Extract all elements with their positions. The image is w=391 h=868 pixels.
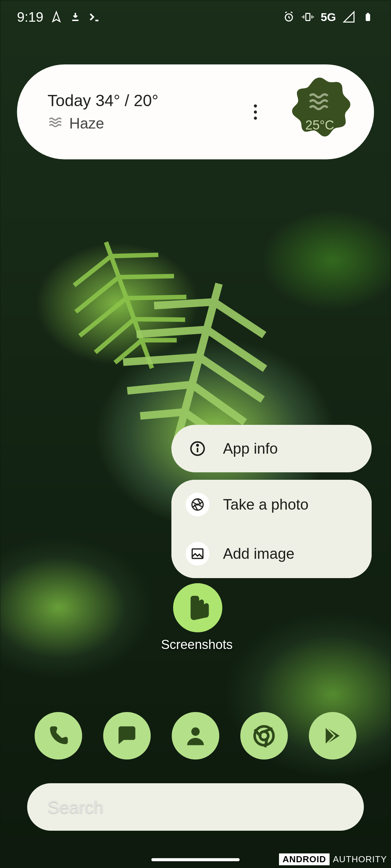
menu-label: Add image bbox=[223, 545, 294, 562]
weather-temperature-badge[interactable]: 25°C bbox=[282, 75, 357, 149]
menu-item-app-info[interactable]: App info bbox=[171, 425, 372, 472]
alarm-icon bbox=[283, 11, 295, 23]
search-bar[interactable]: Search bbox=[27, 783, 364, 831]
weather-widget[interactable]: Today 34° / 20° Haze 25°C bbox=[17, 64, 374, 159]
weather-today-range: Today 34° / 20° bbox=[48, 91, 248, 110]
status-bar: 9:19 5G bbox=[0, 0, 391, 34]
weather-current-temp: 25°C bbox=[305, 118, 334, 133]
navigation-icon bbox=[50, 11, 62, 23]
app-icon-screenshots[interactable] bbox=[173, 583, 222, 632]
watermark-suffix: AUTHORITY bbox=[333, 854, 387, 865]
vibrate-icon bbox=[302, 11, 314, 23]
dock-contacts[interactable] bbox=[172, 712, 219, 760]
app-label-screenshots: Screenshots bbox=[149, 637, 244, 652]
search-placeholder: Search bbox=[48, 797, 104, 817]
dock-chrome[interactable] bbox=[240, 712, 288, 760]
haze-icon bbox=[308, 92, 332, 113]
dock bbox=[0, 712, 391, 760]
info-icon bbox=[186, 437, 209, 460]
svg-rect-8 bbox=[366, 14, 370, 21]
status-clock: 9:19 bbox=[17, 9, 43, 25]
svg-rect-3 bbox=[306, 14, 310, 21]
network-label: 5G bbox=[321, 11, 336, 24]
camera-shutter-icon bbox=[186, 493, 209, 516]
battery-icon bbox=[362, 11, 374, 23]
download-icon bbox=[69, 11, 81, 23]
gesture-nav-handle[interactable] bbox=[151, 858, 240, 861]
weather-menu-button[interactable] bbox=[248, 104, 262, 120]
weather-condition: Haze bbox=[69, 115, 104, 132]
signal-icon bbox=[343, 11, 355, 23]
terminal-icon bbox=[88, 11, 100, 23]
dock-play-store[interactable] bbox=[309, 712, 356, 760]
context-menu-pointer bbox=[192, 570, 203, 577]
svg-rect-0 bbox=[72, 20, 79, 21]
menu-label: App info bbox=[223, 440, 278, 457]
image-icon bbox=[186, 542, 209, 566]
haze-icon bbox=[48, 114, 63, 133]
dock-phone[interactable] bbox=[35, 712, 82, 760]
watermark-brand: ANDROID bbox=[279, 853, 329, 865]
svg-rect-9 bbox=[367, 13, 369, 14]
menu-item-take-photo[interactable]: Take a photo bbox=[171, 480, 372, 529]
watermark: ANDROID AUTHORITY bbox=[279, 853, 387, 865]
dock-messages[interactable] bbox=[103, 712, 151, 760]
svg-point-12 bbox=[197, 445, 198, 446]
menu-label: Take a photo bbox=[223, 496, 309, 513]
svg-point-15 bbox=[191, 727, 200, 736]
app-context-menu: App info Take a photo Add image bbox=[171, 425, 372, 578]
